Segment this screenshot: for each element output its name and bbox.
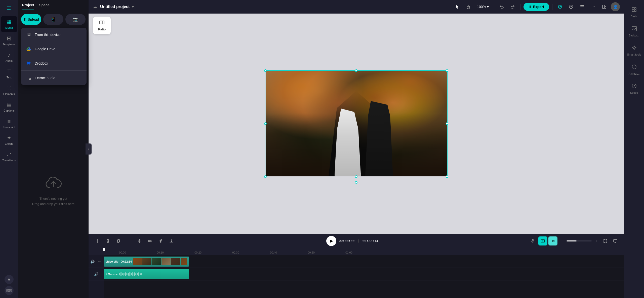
tab-space[interactable]: Space [39,3,49,10]
zoom-display[interactable]: 100% ▾ [475,4,491,10]
feedback-button[interactable] [578,2,587,11]
layout-button[interactable] [600,2,609,11]
time-display: 00:00:00 | 00:22:14 [339,239,378,243]
ruler-mark-3: 00:30 [217,251,255,254]
ruler-mark-6: 01:00 [330,251,368,254]
video-track-control: 🔊 ✏ [89,255,104,268]
svg-rect-6 [580,5,584,6]
right-sidebar-speed[interactable]: Speed [626,80,643,97]
right-sidebar-basic[interactable]: Basic [626,4,643,21]
svg-rect-10 [605,5,606,7]
text-icon: T [7,68,11,75]
project-title[interactable]: Untitled project ▾ [100,4,134,9]
background-icon [631,26,637,33]
ruler-mark-5: 00:50 [292,251,330,254]
svg-rect-34 [632,8,634,9]
sidebar-item-templates[interactable]: ⊞ Templates [1,33,17,49]
sidebar-item-transcript[interactable]: ≡ Transcript [1,116,17,132]
panel-tabs: Project Space [18,0,89,10]
left-sidebar: ▦ Media ⊞ Templates ♪ Audio T Text ⁙ Ele… [0,0,18,298]
export-button[interactable]: ⬆ Export [524,3,549,11]
upload-drop-area[interactable]: There's nothing yet Drag and drop your f… [18,84,89,298]
top-bar-tools: 100% ▾ ⬆ Export [453,2,620,11]
mobile-upload-button[interactable]: 📱 [43,14,63,25]
security-button[interactable] [555,2,565,11]
help-button[interactable] [567,2,576,11]
play-controls: ▶ 00:00:00 | 00:22:14 [326,236,378,246]
camera-upload-button[interactable]: 📷 [65,14,86,25]
sidebar-item-effects[interactable]: ✦ Effects [1,132,17,148]
effects-icon: ✦ [7,135,11,141]
svg-rect-15 [148,240,150,242]
video-track-toggle[interactable] [538,236,547,245]
delete-button[interactable] [103,236,113,246]
redo-button[interactable] [508,2,517,11]
video-clip[interactable]: video clip 00:22:14 [104,257,189,267]
rotate-handle[interactable] [355,181,357,184]
svg-rect-24 [532,239,533,241]
extract-audio-item[interactable]: Extract audio [21,71,87,85]
crop-button[interactable] [124,236,134,246]
video-canvas[interactable] [266,71,447,176]
fullscreen-button[interactable] [601,236,610,245]
sidebar-item-transitions[interactable]: ⇌ Transitions [1,149,17,165]
collapse-sidebar-button[interactable]: ∨ [5,275,14,284]
right-sidebar-smart-tools[interactable]: Smart tools [626,42,643,59]
sidebar-item-elements[interactable]: ⁙ Elements [1,82,17,98]
audio-clip[interactable]: ♪ Sunrise [104,269,189,279]
svg-rect-2 [27,78,29,78]
google-drive-item[interactable]: Google Drive [21,42,87,56]
svg-rect-8 [580,8,582,8]
adjust-button[interactable] [156,236,166,246]
app-logo [4,3,15,14]
tab-project[interactable]: Project [22,3,34,10]
upload-button[interactable]: ⬆ Upload [21,14,41,25]
trim-button[interactable] [93,236,102,246]
zoom-in-button[interactable]: + [593,237,600,244]
sidebar-item-audio[interactable]: ♪ Audio [1,49,17,65]
sidebar-item-captions[interactable]: ▤ Captions [1,99,17,115]
keyboard-shortcuts-button[interactable]: ⌨ [5,286,14,295]
preview-button[interactable] [611,236,620,245]
right-sidebar-background[interactable]: Backgr... [626,23,643,40]
svg-rect-33 [614,239,617,242]
extract-audio-icon [26,75,32,81]
volume-video-button[interactable]: 🔊 [89,259,95,265]
sidebar-item-text[interactable]: T Text [1,66,17,82]
volume-audio-button[interactable]: 🔊 [93,271,99,277]
right-sidebar-animate[interactable]: Animat... [626,61,643,78]
split-button[interactable] [145,236,155,246]
edit-video-button[interactable]: ✏ [97,259,103,265]
audio-track-toggle[interactable] [548,236,557,245]
captions-icon: ▤ [7,102,12,108]
svg-point-21 [161,239,162,240]
undo-button[interactable] [497,2,506,11]
sidebar-item-media[interactable]: ▦ Media [1,16,17,32]
microphone-button[interactable] [528,236,537,245]
play-pause-button[interactable]: ▶ [326,236,336,246]
svg-rect-16 [151,240,152,242]
ratio-button[interactable]: Ratio [93,17,111,34]
dropbox-item[interactable]: Dropbox [21,56,87,71]
ruler-mark-4: 00:40 [255,251,292,254]
svg-rect-36 [632,10,634,12]
download-button[interactable] [167,236,176,246]
zoom-slider[interactable] [567,240,592,241]
upload-dropdown: 🖥 From this device Google Drive Dropbox [21,28,87,85]
upload-cloud-icon [45,175,62,194]
user-avatar[interactable]: 👤 [611,2,620,11]
flip-button[interactable] [135,236,144,246]
from-device-item[interactable]: 🖥 From this device [21,28,87,42]
svg-point-39 [632,65,636,69]
loop-button[interactable] [114,236,123,246]
svg-rect-37 [634,10,636,12]
google-drive-icon [26,46,32,52]
hand-tool-button[interactable] [464,2,473,11]
zoom-out-button[interactable]: − [558,237,566,244]
ruler-mark-1: 00:10 [141,251,179,254]
basic-icon [631,7,637,14]
clip-thumbnails [133,258,187,265]
select-tool-button[interactable] [453,2,462,11]
panel-collapse-handle[interactable]: ‹ [86,143,92,155]
more-options-button[interactable]: ··· [589,2,598,11]
